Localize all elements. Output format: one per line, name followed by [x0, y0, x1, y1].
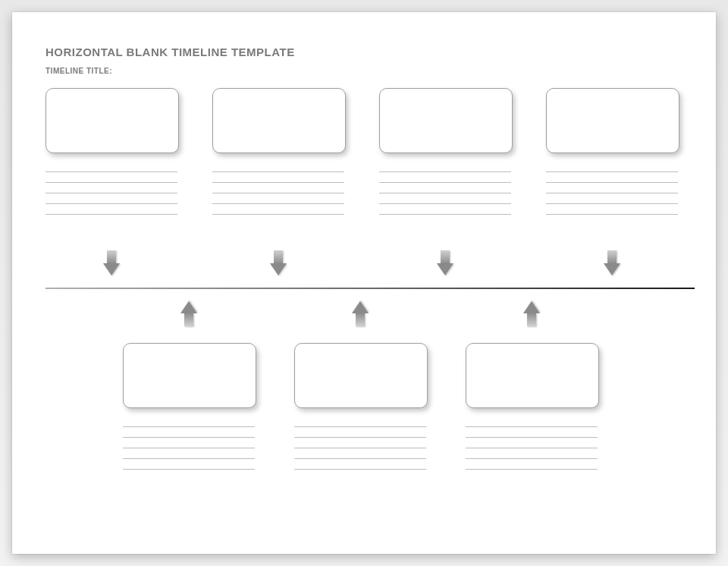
- timeline-card-above[interactable]: [46, 88, 179, 153]
- note-line: [46, 171, 177, 172]
- note-line: [379, 193, 511, 193]
- note-line: [46, 203, 177, 204]
- note-line: [123, 426, 255, 427]
- note-line: [379, 182, 511, 183]
- arrow-down-icon: [270, 250, 287, 276]
- timeline-notes-below[interactable]: [294, 426, 426, 480]
- timeline-card-below[interactable]: [294, 343, 428, 408]
- note-line: [123, 448, 255, 448]
- timeline-title-label: TIMELINE TITLE:: [46, 67, 112, 75]
- timeline-card-below[interactable]: [466, 343, 599, 408]
- timeline-notes-above[interactable]: [546, 171, 678, 225]
- note-line: [546, 203, 678, 204]
- note-line: [546, 171, 678, 172]
- note-line: [212, 203, 344, 204]
- note-line: [123, 458, 255, 459]
- timeline-notes-above[interactable]: [46, 171, 177, 225]
- note-line: [294, 448, 426, 448]
- timeline-card-above[interactable]: [212, 88, 346, 153]
- arrow-up-icon: [523, 300, 540, 326]
- note-line: [212, 214, 344, 215]
- timeline-notes-below[interactable]: [123, 426, 255, 480]
- note-line: [379, 171, 511, 172]
- note-line: [466, 437, 598, 438]
- note-line: [294, 469, 426, 470]
- note-line: [123, 469, 255, 470]
- arrow-up-icon: [180, 300, 197, 326]
- timeline-notes-above[interactable]: [379, 171, 511, 225]
- note-line: [379, 203, 511, 204]
- note-line: [379, 214, 511, 215]
- timeline-notes-above[interactable]: [212, 171, 344, 225]
- note-line: [212, 171, 344, 172]
- arrow-down-icon: [437, 250, 453, 276]
- note-line: [46, 182, 177, 183]
- note-line: [294, 426, 426, 427]
- note-line: [466, 469, 598, 470]
- timeline-card-below[interactable]: [123, 343, 256, 408]
- note-line: [466, 458, 598, 459]
- note-line: [123, 437, 255, 438]
- note-line: [46, 193, 177, 193]
- note-line: [212, 182, 344, 183]
- note-line: [546, 182, 678, 183]
- timeline-card-above[interactable]: [546, 88, 679, 153]
- note-line: [466, 448, 598, 448]
- note-line: [546, 214, 678, 215]
- arrow-down-icon: [604, 250, 620, 276]
- arrow-down-icon: [103, 250, 120, 276]
- page-title: HORIZONTAL BLANK TIMELINE TEMPLATE: [46, 46, 295, 58]
- note-line: [294, 458, 426, 459]
- note-line: [294, 437, 426, 438]
- timeline-notes-below[interactable]: [466, 426, 598, 480]
- note-line: [466, 426, 598, 427]
- arrow-up-icon: [352, 300, 369, 326]
- note-line: [212, 193, 344, 193]
- note-line: [546, 193, 678, 193]
- timeline-card-above[interactable]: [379, 88, 513, 153]
- document-page: HORIZONTAL BLANK TIMELINE TEMPLATE TIMEL…: [12, 12, 716, 554]
- note-line: [46, 214, 177, 215]
